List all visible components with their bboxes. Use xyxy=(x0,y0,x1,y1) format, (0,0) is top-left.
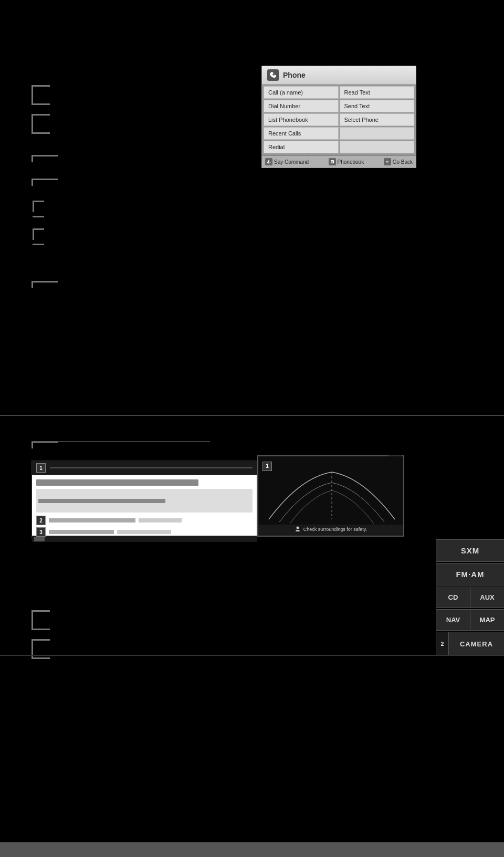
step-badge-3: 3 xyxy=(36,527,46,537)
phone-grid: Call (a name) Read Text Dial Number Send… xyxy=(262,85,416,155)
camera-btn-label: CAMERA xyxy=(449,640,504,648)
svg-rect-0 xyxy=(268,160,269,163)
dial-number-btn[interactable]: Dial Number xyxy=(264,100,339,112)
svg-rect-1 xyxy=(331,160,334,163)
list-phonebook-btn[interactable]: List Phonebook xyxy=(264,113,339,126)
bracket-10 xyxy=(33,234,44,245)
aux-btn[interactable]: AUX xyxy=(470,587,504,608)
inner-divider xyxy=(0,655,504,656)
say-command-btn[interactable]: Say Command xyxy=(265,158,309,165)
step-badge-1: 1 xyxy=(36,463,46,473)
phone-header: Phone xyxy=(262,66,416,85)
say-command-label: Say Command xyxy=(274,159,309,165)
bracket-11 xyxy=(32,281,58,288)
phone-title: Phone xyxy=(283,71,306,79)
map-btn[interactable]: MAP xyxy=(470,609,504,631)
sxm-btn[interactable]: SXM xyxy=(436,539,504,562)
instruction-content: 2 3 xyxy=(32,475,257,536)
step-badge-2: 2 xyxy=(36,516,46,525)
bracket-4 xyxy=(32,122,50,134)
redial-btn[interactable]: Redial xyxy=(264,141,339,153)
instruction-panel: 1 2 3 xyxy=(32,461,257,539)
bottom-bracket-5 xyxy=(32,647,50,659)
select-phone-btn[interactable]: Select Phone xyxy=(340,113,415,126)
svg-point-4 xyxy=(296,527,299,529)
camera-safety-text: Check surroundings for safety. xyxy=(258,525,403,534)
camera-btn-badge: 2 xyxy=(436,632,449,655)
bottom-bar xyxy=(0,842,504,857)
instruction-header: 1 xyxy=(32,461,257,475)
phone-footer: Say Command Phonebook Go Back xyxy=(262,155,416,168)
side-menu: SXM FM·AM CD AUX NAV MAP 2 CAMERA xyxy=(436,539,504,656)
camera-arcs xyxy=(258,456,403,525)
bottom-bracket-3 xyxy=(32,619,50,630)
phonebook-label: Phonebook xyxy=(338,159,364,165)
fm-am-btn[interactable]: FM·AM xyxy=(436,563,504,586)
camera-view-inner: 1 xyxy=(258,456,403,525)
cd-btn[interactable]: CD xyxy=(436,587,470,608)
nav-map-row: NAV MAP xyxy=(436,609,504,631)
bracket-6 xyxy=(32,179,58,186)
go-back-label: Go Back xyxy=(393,159,413,165)
empty-btn-1 xyxy=(340,127,415,140)
phone-icon xyxy=(267,69,279,81)
bracket-5 xyxy=(32,155,58,162)
send-text-btn[interactable]: Send Text xyxy=(340,100,415,112)
bracket-8 xyxy=(33,206,44,217)
go-back-btn[interactable]: Go Back xyxy=(384,158,413,165)
bracket-2 xyxy=(32,93,50,105)
bottom-bracket-1 xyxy=(32,441,58,448)
camera-btn-row[interactable]: 2 CAMERA xyxy=(436,632,504,656)
bottom-section: 1 2 3 CAM xyxy=(0,416,504,857)
recent-calls-btn[interactable]: Recent Calls xyxy=(264,127,339,140)
phonebook-footer-btn[interactable]: Phonebook xyxy=(329,158,364,165)
camera-badge: 1 xyxy=(262,461,272,471)
call-name-btn[interactable]: Call (a name) xyxy=(264,86,339,99)
camera-view-panel: CAM 1 Check surroundings for safety. xyxy=(257,455,404,537)
nav-btn[interactable]: NAV xyxy=(436,609,470,631)
read-text-btn[interactable]: Read Text xyxy=(340,86,415,99)
cd-aux-row: CD AUX xyxy=(436,587,504,608)
bottom-line-1 xyxy=(32,441,210,442)
top-section: Phone Call (a name) Read Text Dial Numbe… xyxy=(0,0,504,415)
phone-popup: Phone Call (a name) Read Text Dial Numbe… xyxy=(261,66,416,168)
empty-btn-2 xyxy=(340,141,415,153)
